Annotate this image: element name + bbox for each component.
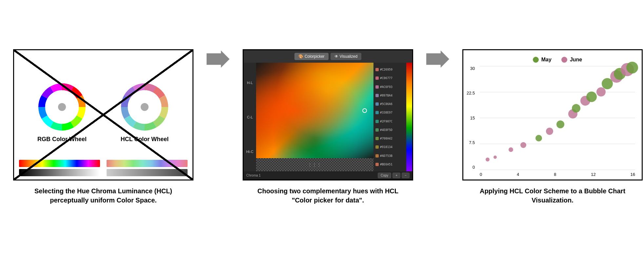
bubble-june [520,142,526,148]
bubble-june [546,128,553,135]
rgb-wheel-section: RGB Color Wheel [36,81,88,143]
svg-point-4 [141,103,149,111]
panel3-caption: Applying HCL Color Scheme to a Bubble Ch… [474,186,631,205]
grid-line-100 [480,170,635,170]
x-label-8: 8 [554,172,556,177]
cp-canvas-area[interactable] [256,63,373,171]
x-label-4: 4 [517,172,519,177]
panel2-caption: Choosing two complementary hues with HCL… [249,186,407,205]
bubble-may [535,135,542,141]
rgb-bars [19,160,100,176]
hcl-wheel-label: HCL Color Wheel [121,136,169,143]
june-dot [561,57,567,63]
y-label-75: 7.5 [469,140,475,145]
cp-gradient[interactable] [256,63,373,158]
hic-label: Hi-C [246,150,254,154]
cp-toolbar: 🎨 Colorpicker 👁 Visualized [244,50,412,63]
color-swatch[interactable]: #5C86A6 [374,102,406,106]
rgb-hue-bar [19,160,100,167]
legend-june: June [561,57,582,63]
svg-marker-5 [207,51,230,68]
y-label-0: 0 [473,165,475,170]
grid-line-50 [480,118,635,118]
cp-color-strip[interactable] [406,63,412,171]
y-axis: 30 22.5 15 7.5 0 [467,66,475,170]
cp-chroma-slider[interactable] [256,158,373,171]
chart-area: 30 22.5 15 7.5 0 0 4 8 12 [480,66,635,170]
add-button[interactable]: + [392,173,400,178]
chart-legend: May June [480,57,635,63]
panel-1: RGB Color Wheel [13,49,193,205]
y-label-225: 22.5 [467,91,475,95]
x-label-0: 0 [480,172,482,177]
panel1-caption: Selecting the Hue Chroma Luminance (HCL)… [25,186,182,205]
colorpicker-tab[interactable]: 🎨 Colorpicker [294,53,329,60]
color-swatch[interactable]: #AC6F93 [374,85,406,89]
june-label: June [570,57,582,63]
eye-icon: 👁 [334,54,338,59]
rgb-color-wheel [36,81,88,133]
arrow-1 [207,49,230,102]
x-label-12: 12 [591,172,595,177]
x-axis: 0 4 8 12 16 [480,172,635,177]
visualized-tab[interactable]: 👁 Visualized [331,53,361,60]
x-label-16: 16 [630,172,635,177]
cp-footer-buttons: Copy + − [378,173,410,178]
y-label-15: 15 [470,116,475,120]
cp-left-labels: H-L C-L Hi-C [244,63,256,171]
grid-line-25 [480,92,635,92]
color-swatch[interactable]: #AD753B [374,154,406,158]
chroma-label: Chroma 1 [246,174,261,177]
bubble-june [509,147,513,152]
y-label-30: 30 [470,66,475,71]
may-dot [533,57,539,63]
arrow-2 [426,49,449,102]
bubble-june [596,87,606,96]
bubble-may [572,104,580,113]
main-container: RGB Color Wheel [0,43,644,211]
hcl-color-wheel [118,81,171,133]
hcl-light-bar [107,169,188,176]
bubble-june [493,156,497,159]
svg-marker-6 [426,51,449,68]
panel-3: May June 30 22.5 15 7.5 0 [462,49,643,205]
color-swatch[interactable]: #338E97 [374,110,406,115]
legend-may: May [533,57,552,63]
svg-point-2 [58,103,66,111]
color-swatch[interactable]: #918134 [374,145,406,149]
copy-button[interactable]: Copy [378,173,391,178]
bubble-may [586,92,597,102]
bubble-may [602,78,613,89]
color-swatch[interactable]: #897BA4 [374,93,406,98]
swatches-container: #C26959#C06777#AC6F93#897BA4#5C86A6#338E… [373,64,406,170]
remove-button[interactable]: − [402,173,410,178]
color-swatch[interactable]: #708A42 [374,136,406,141]
color-swatch[interactable]: #4E8F5D [374,128,406,132]
color-swatch[interactable]: #C26959 [374,67,406,72]
color-swatch[interactable]: #BE6A51 [374,162,406,167]
hcl-wheel-section: HCL Color Wheel [118,81,171,143]
panel-2: 🎨 Colorpicker 👁 Visualized H-L C-L Hi-C [243,49,413,205]
cp-footer: Chroma 1 Copy + − [244,171,412,180]
bubble-may [626,62,638,74]
cp-circle-indicator [362,108,367,113]
grid-line-75 [480,144,635,144]
rgb-wheel-label: RGB Color Wheel [37,136,87,143]
bubble-june [486,158,490,161]
color-wheels-box: RGB Color Wheel [13,49,193,180]
cp-right-panel: #C26959#C06777#AC6F93#897BA4#5C86A6#338E… [373,63,406,171]
cp-body: H-L C-L Hi-C #C26959#C06777#AC6F93#897BA… [244,63,412,171]
bubble-may [556,120,564,128]
colorpicker-box: 🎨 Colorpicker 👁 Visualized H-L C-L Hi-C [243,49,413,180]
hl-label: H-L [246,81,254,85]
palette-icon: 🎨 [298,54,303,59]
hcl-hue-bar [107,160,188,167]
bubble-chart-box: May June 30 22.5 15 7.5 0 [462,49,643,180]
grid-line-0 [480,66,635,66]
color-swatch[interactable]: #C06777 [374,76,406,80]
may-label: May [541,57,552,63]
rgb-light-bar [19,169,100,176]
cl-label: C-L [246,115,254,119]
color-swatch[interactable]: #2F907C [374,119,406,124]
hcl-bars [107,160,188,176]
